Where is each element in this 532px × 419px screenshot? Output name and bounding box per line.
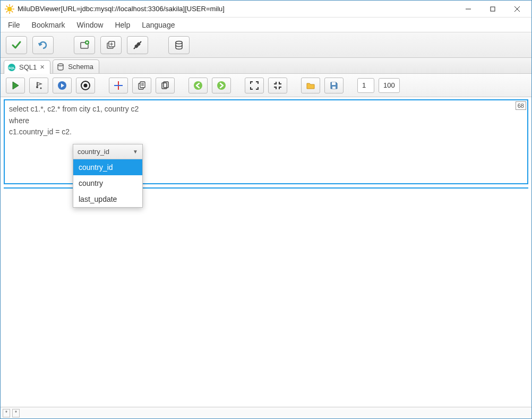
commit-button[interactable] xyxy=(6,36,27,54)
svg-line-6 xyxy=(12,11,13,12)
tab-schema-label: Schema xyxy=(68,63,93,71)
status-bar: * * xyxy=(1,407,531,418)
titlebar: MiluDBViewer[URL=jdbc:mysql://localhost:… xyxy=(1,1,531,18)
connection-button[interactable] xyxy=(127,36,148,54)
page-to-input[interactable]: 100 xyxy=(379,78,400,93)
autocomplete-item[interactable]: country_id xyxy=(73,159,142,175)
expand-button[interactable] xyxy=(245,78,264,93)
results-panel xyxy=(4,187,528,407)
svg-rect-45 xyxy=(332,87,336,89)
tab-schema[interactable]: Schema xyxy=(53,59,99,73)
tab-sql1-label: SQL1 xyxy=(19,63,37,71)
autocomplete-combobox[interactable]: country_id ▼ xyxy=(73,144,142,159)
paste-button[interactable] xyxy=(156,78,175,93)
svg-point-26 xyxy=(58,64,63,66)
autocomplete-popup: country_id ▼ country_idcountrylast_updat… xyxy=(73,144,143,208)
target-button[interactable] xyxy=(109,78,128,93)
svg-point-42 xyxy=(194,81,202,90)
database-button[interactable] xyxy=(168,36,190,54)
open-button[interactable] xyxy=(301,78,320,93)
minimize-button[interactable] xyxy=(456,1,480,18)
prev-button[interactable] xyxy=(188,78,208,93)
menu-help[interactable]: Help xyxy=(115,21,130,29)
close-button[interactable] xyxy=(505,1,529,18)
menubar: File Bookmark Window Help Language xyxy=(1,18,531,32)
menu-window[interactable]: Window xyxy=(77,21,104,29)
explain-button[interactable] xyxy=(29,78,48,93)
tab-bar: SQL SQL1 ✕ Schema xyxy=(1,58,531,74)
main-toolbar xyxy=(1,32,531,58)
stop-button[interactable] xyxy=(76,78,95,93)
svg-line-5 xyxy=(6,5,8,7)
autocomplete-header-label: country_id xyxy=(78,148,109,156)
char-counter: 68 xyxy=(516,101,526,110)
page-from-input[interactable]: 1 xyxy=(357,78,374,93)
menu-language[interactable]: Language xyxy=(142,21,175,29)
save-button[interactable] xyxy=(324,78,344,93)
run-button[interactable] xyxy=(6,78,25,93)
run-script-button[interactable] xyxy=(53,78,72,93)
tab-sql1-close[interactable]: ✕ xyxy=(40,64,45,71)
copy-tab-button[interactable] xyxy=(100,36,122,54)
chevron-down-icon: ▼ xyxy=(133,149,138,155)
status-cell-1: * xyxy=(3,409,10,417)
status-cell-2: * xyxy=(12,409,20,417)
copy-button[interactable] xyxy=(132,78,151,93)
sql-editor-panel: select c1.*, c2.* from city c1, country … xyxy=(4,99,528,184)
svg-point-23 xyxy=(176,41,182,44)
autocomplete-list: country_idcountrylast_update xyxy=(73,159,142,207)
app-icon xyxy=(5,4,14,14)
autocomplete-item[interactable]: last_update xyxy=(73,191,142,207)
svg-line-8 xyxy=(12,5,13,7)
svg-rect-44 xyxy=(332,82,336,85)
svg-point-43 xyxy=(217,81,226,90)
autocomplete-item[interactable]: country xyxy=(73,175,142,191)
svg-point-29 xyxy=(40,87,42,89)
window-title: MiluDBViewer[URL=jdbc:mysql://localhost:… xyxy=(18,5,456,13)
sql-icon: SQL xyxy=(7,63,16,72)
svg-point-0 xyxy=(7,6,12,11)
sql-editor[interactable]: select c1.*, c2.* from city c1, country … xyxy=(5,100,527,141)
schema-icon xyxy=(56,63,65,71)
next-button[interactable] xyxy=(212,78,231,93)
maximize-button[interactable] xyxy=(480,1,505,18)
svg-point-27 xyxy=(36,86,38,88)
menu-file[interactable]: File xyxy=(8,21,20,29)
new-tab-button[interactable] xyxy=(74,36,95,54)
sql-toolbar: 1 100 xyxy=(1,74,531,97)
tab-sql1[interactable]: SQL SQL1 ✕ xyxy=(4,60,50,74)
collapse-button[interactable] xyxy=(268,78,287,93)
svg-point-32 xyxy=(84,83,88,87)
rollback-button[interactable] xyxy=(32,36,54,54)
svg-rect-10 xyxy=(491,7,495,11)
svg-line-7 xyxy=(6,11,8,12)
menu-bookmark[interactable]: Bookmark xyxy=(32,21,65,29)
svg-text:SQL: SQL xyxy=(8,66,15,70)
